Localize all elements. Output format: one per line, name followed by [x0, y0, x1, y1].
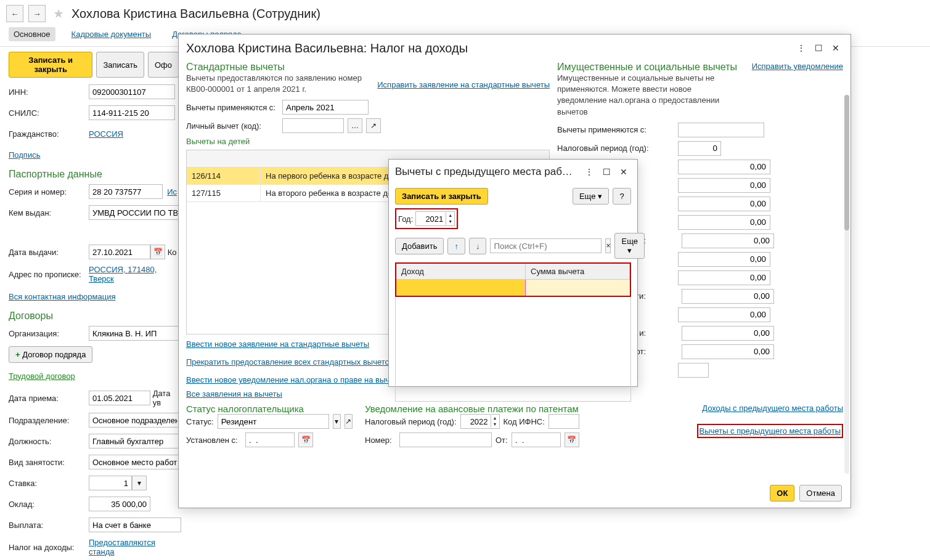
num-field[interactable]: [678, 270, 770, 285]
all-apps-link[interactable]: Все заявления на вычеты: [186, 389, 282, 399]
right-period-field[interactable]: [678, 141, 721, 156]
save-close-button[interactable]: Записать и закрыть: [9, 52, 92, 78]
modal-more2-button[interactable]: Еще ▾: [614, 233, 644, 259]
num-field[interactable]: [682, 289, 774, 304]
series-field[interactable]: [89, 184, 163, 199]
std-hint: Вычеты предоставляются по заявлению номе…: [186, 73, 362, 95]
add-button[interactable]: Добавить: [395, 238, 444, 254]
status-field[interactable]: [218, 414, 329, 429]
issue-date-field[interactable]: [89, 245, 150, 259]
position-field[interactable]: [89, 434, 181, 448]
star-icon[interactable]: ★: [53, 6, 64, 21]
calendar-icon[interactable]: 📅: [150, 245, 165, 259]
income-prev-link[interactable]: Доходы с предыдущего места работы: [702, 404, 843, 413]
forward-button[interactable]: →: [28, 5, 46, 22]
close-icon[interactable]: ✕: [616, 164, 631, 179]
dept-field[interactable]: [89, 413, 181, 428]
housing-field[interactable]: [678, 160, 770, 174]
adv-period-label: Налоговый период (год):: [365, 417, 457, 426]
new-std-link[interactable]: Ввести новое заявление на стандартные вы…: [186, 339, 369, 349]
address-link[interactable]: РОССИЯ, 171480, Тверск: [89, 265, 179, 283]
series-link[interactable]: Ис: [167, 187, 177, 197]
maximize-icon[interactable]: ☐: [599, 164, 614, 179]
cancel-button[interactable]: Отмена: [799, 485, 842, 501]
table-row[interactable]: [396, 280, 630, 296]
num-field[interactable]: [682, 233, 774, 248]
personal-deduction-label: Личный вычет (код):: [186, 121, 279, 131]
calendar-icon[interactable]: 📅: [298, 432, 313, 447]
ifns-label: Код ИФНС:: [504, 417, 545, 426]
stop-std-link[interactable]: Прекратить предоставление всех стандартн…: [186, 357, 394, 367]
search-input[interactable]: [490, 238, 602, 253]
rate-dropdown-icon[interactable]: ▾: [132, 476, 147, 490]
ok-button[interactable]: ОК: [770, 485, 794, 501]
children-deduction-link[interactable]: Вычеты на детей: [186, 137, 250, 146]
status-title: Статус налогоплательщика: [186, 404, 353, 414]
deduct-prev-link[interactable]: Вычеты с предыдущего места работы: [700, 426, 841, 436]
from-field[interactable]: [512, 432, 561, 447]
open-icon[interactable]: ↗: [345, 414, 353, 429]
kebab-icon[interactable]: ⋮: [582, 164, 597, 179]
org-field[interactable]: [89, 326, 181, 341]
std-deductions-title[interactable]: Стандартные вычеты: [186, 62, 362, 73]
modal-save-close[interactable]: Записать и закрыть: [395, 188, 488, 205]
num-field[interactable]: [682, 344, 774, 359]
payout-field[interactable]: [89, 517, 181, 532]
employment-field[interactable]: [89, 455, 181, 469]
rate-field[interactable]: [89, 476, 132, 490]
back-button[interactable]: ←: [6, 5, 23, 22]
year-spinner[interactable]: ▲▼: [415, 211, 455, 226]
hire-date-field[interactable]: [89, 391, 150, 405]
save-button[interactable]: Записать: [96, 52, 144, 78]
num-field[interactable]: [682, 326, 774, 341]
modal-more-button[interactable]: Еще ▾: [573, 188, 609, 205]
signature-link[interactable]: Подпись: [9, 150, 40, 160]
tax-link[interactable]: Предоставляются станда: [89, 538, 179, 556]
date-extra: Ко: [168, 248, 177, 257]
tab-main[interactable]: Основное: [9, 27, 55, 41]
move-down-button[interactable]: ↓: [469, 238, 487, 254]
tab-hr-docs[interactable]: Кадровые документы: [67, 27, 157, 41]
open-icon[interactable]: ↗: [366, 118, 381, 133]
all-contact-link[interactable]: Вся контактная информация: [9, 292, 115, 301]
clear-search-icon[interactable]: ×: [605, 238, 611, 253]
applied-from-field[interactable]: [282, 100, 369, 115]
ifns-field[interactable]: [549, 414, 579, 429]
close-icon[interactable]: ✕: [828, 41, 843, 55]
small-field[interactable]: [678, 363, 709, 378]
help-button[interactable]: ?: [613, 188, 631, 205]
number-field[interactable]: [399, 432, 492, 447]
kebab-icon[interactable]: ⋮: [794, 41, 809, 55]
add-contract-button[interactable]: + Договор подряда: [9, 346, 92, 363]
right-applied-field[interactable]: [678, 123, 764, 137]
maximize-icon[interactable]: ☐: [811, 41, 826, 55]
scrollbar[interactable]: [844, 95, 849, 474]
citizenship-link[interactable]: РОССИЯ: [89, 129, 123, 139]
fix-std-link[interactable]: Исправить заявление на стандартные вычет…: [377, 80, 550, 89]
new-notice-link[interactable]: Ввести новое уведомление нал.органа о пр…: [186, 375, 398, 384]
dropdown-icon[interactable]: ▾: [333, 414, 341, 429]
fix-notice-link[interactable]: Исправить уведомление: [752, 62, 843, 71]
property-deductions-title[interactable]: Имущественные и социальные вычеты: [557, 62, 742, 73]
scroll-thumb[interactable]: [844, 95, 849, 230]
contracts-section-title: Договоры: [9, 310, 179, 322]
set-from-field[interactable]: [245, 432, 295, 447]
personal-deduction-field[interactable]: [282, 118, 344, 133]
labor-contract-link[interactable]: Трудовой договор: [9, 371, 75, 381]
num-field[interactable]: [678, 197, 770, 211]
design-button[interactable]: Офо: [148, 52, 179, 78]
ellipsis-icon[interactable]: …: [348, 118, 362, 133]
num-field[interactable]: [678, 178, 770, 193]
calendar-icon[interactable]: 📅: [565, 432, 579, 447]
inn-field[interactable]: [89, 84, 175, 99]
snils-field[interactable]: [89, 105, 175, 120]
num-field[interactable]: [678, 215, 770, 230]
issued-field[interactable]: [89, 205, 181, 220]
num-field[interactable]: [678, 252, 770, 267]
address-label: Адрес по прописке:: [9, 270, 89, 279]
move-up-button[interactable]: ↑: [447, 238, 465, 254]
num-field[interactable]: [678, 307, 770, 322]
adv-year-spinner[interactable]: ▲▼: [460, 414, 500, 429]
salary-field[interactable]: [89, 497, 150, 511]
hire-date-label: Дата приема:: [9, 394, 89, 403]
